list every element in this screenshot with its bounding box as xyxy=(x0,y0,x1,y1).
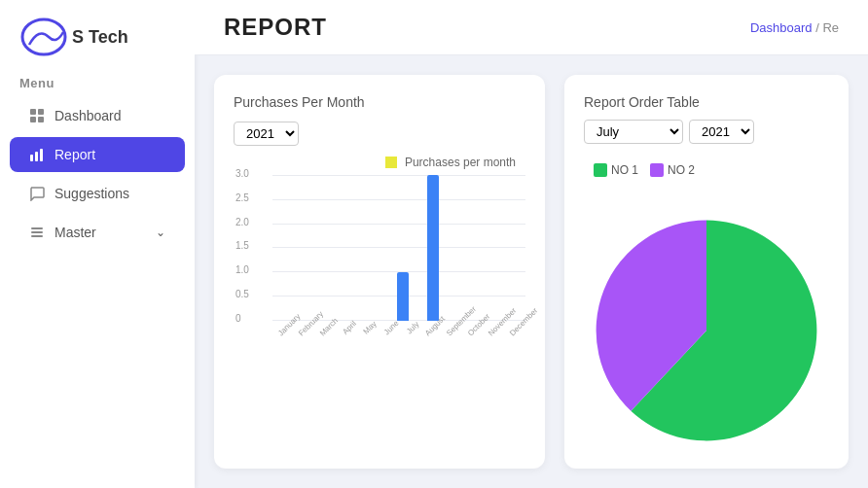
bar-group-august xyxy=(427,175,439,321)
svg-rect-10 xyxy=(31,235,43,237)
svg-rect-5 xyxy=(30,155,33,161)
pie-chart-svg xyxy=(584,194,829,467)
content-area: Purchases Per Month 2021 2020 2022 Purch… xyxy=(195,55,868,488)
bar-july xyxy=(397,272,409,321)
year-select-pie[interactable]: 202020212022 xyxy=(689,120,754,144)
x-label-march: March xyxy=(318,318,339,338)
month-select-pie[interactable]: JanuaryFebruaryMarch AprilMayJune JulyAu… xyxy=(584,120,683,144)
chevron-down-icon: ⌄ xyxy=(156,226,165,239)
no2-label: NO 2 xyxy=(668,163,695,177)
svg-rect-2 xyxy=(38,109,44,115)
breadcrumb-current: Re xyxy=(822,20,839,35)
x-label-october: October xyxy=(466,318,487,338)
sidebar-item-dashboard[interactable]: Dashboard xyxy=(10,98,185,133)
x-label-november: November xyxy=(487,318,507,338)
sidebar-item-master[interactable]: Master ⌄ xyxy=(10,215,185,250)
legend-color-dot xyxy=(385,157,397,168)
bars-row xyxy=(272,175,525,321)
legend-label: Purchases per month xyxy=(405,156,516,169)
no1-label: NO 1 xyxy=(611,163,638,177)
breadcrumb: Dashboard / Re xyxy=(750,20,839,35)
x-label-july: July xyxy=(403,318,423,338)
svg-rect-6 xyxy=(35,152,38,161)
grid-icon xyxy=(29,108,45,123)
logo-area: S Tech xyxy=(0,0,195,66)
x-label-january: January xyxy=(276,318,297,338)
menu-label: Menu xyxy=(0,66,195,96)
x-label-december: December xyxy=(508,318,528,338)
x-axis: JanuaryFebruaryMarchAprilMayJuneJulyAugu… xyxy=(234,325,525,333)
legend-no2: NO 2 xyxy=(650,163,695,177)
bar-august xyxy=(427,175,439,321)
pie-header: JanuaryFebruaryMarch AprilMayJune JulyAu… xyxy=(584,120,829,177)
bar-chart-icon xyxy=(29,147,45,162)
x-label-february: February xyxy=(297,318,317,338)
sidebar-item-suggestions[interactable]: Suggestions xyxy=(10,176,185,211)
year-select-bar[interactable]: 2021 2020 2022 xyxy=(234,122,299,146)
svg-rect-4 xyxy=(38,117,44,122)
list-icon xyxy=(29,225,45,240)
x-label-april: April xyxy=(340,318,360,338)
chart-title: Purchases Per Month xyxy=(234,94,525,110)
svg-rect-8 xyxy=(31,227,43,229)
legend-no1: NO 1 xyxy=(594,163,638,177)
logo-icon xyxy=(19,17,68,56)
master-label: Master xyxy=(54,225,96,240)
main-area: REPORT Dashboard / Re Purchases Per Mont… xyxy=(195,0,868,488)
sidebar: S Tech Menu Dashboard Report Suggestions… xyxy=(0,0,195,488)
report-label: Report xyxy=(54,147,95,162)
logo-text: S Tech xyxy=(72,27,128,48)
page-title: REPORT xyxy=(224,14,327,41)
purchases-chart-card: Purchases Per Month 2021 2020 2022 Purch… xyxy=(214,75,545,469)
x-label-august: August xyxy=(423,318,444,338)
bar-group-july xyxy=(397,272,409,321)
breadcrumb-home[interactable]: Dashboard xyxy=(750,20,813,35)
svg-rect-7 xyxy=(40,149,43,161)
chart-legend: Purchases per month xyxy=(234,156,525,169)
no2-color-swatch xyxy=(650,163,664,177)
no1-color-swatch xyxy=(594,163,607,177)
pie-container xyxy=(584,185,829,476)
pie-selects: JanuaryFebruaryMarch AprilMayJune JulyAu… xyxy=(584,120,754,154)
sidebar-item-report[interactable]: Report xyxy=(10,137,185,172)
x-label-may: May xyxy=(360,318,380,338)
x-label-september: September xyxy=(445,318,465,338)
dashboard-label: Dashboard xyxy=(54,108,122,123)
pie-chart-title: Report Order Table xyxy=(584,94,700,110)
svg-rect-3 xyxy=(30,117,36,122)
svg-rect-1 xyxy=(30,109,36,115)
pie-chart-card: Report Order Table JanuaryFebruaryMarch … xyxy=(564,75,849,469)
bar-chart-container: 3.0 2.5 2.0 1.5 1.0 0.5 0 JanuaryFebruar… xyxy=(234,175,525,333)
chat-icon xyxy=(29,186,45,201)
chart-grid: 3.0 2.5 2.0 1.5 1.0 0.5 0 xyxy=(234,175,525,321)
svg-rect-9 xyxy=(31,231,43,233)
topbar: REPORT Dashboard / Re xyxy=(195,0,868,55)
x-label-june: June xyxy=(381,318,402,338)
suggestions-label: Suggestions xyxy=(54,186,129,201)
pie-legend: NO 1 NO 2 xyxy=(594,163,695,177)
